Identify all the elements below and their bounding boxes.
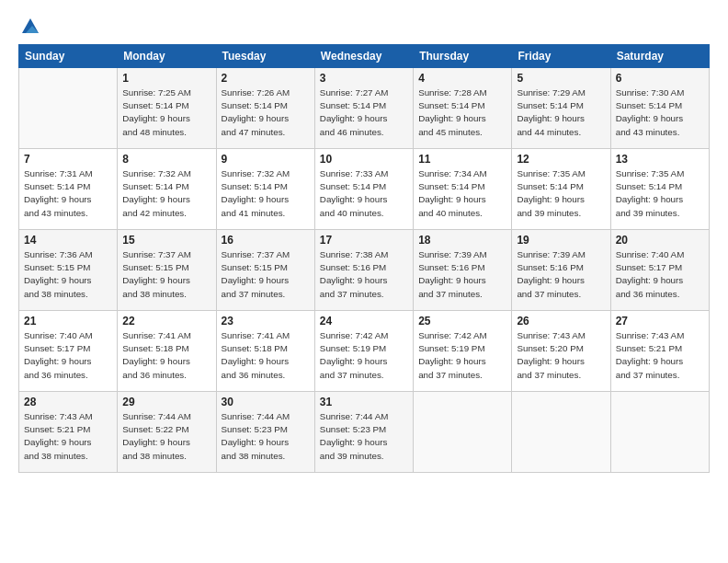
day-number: 30 <box>222 396 310 408</box>
day-info: Sunrise: 7:44 AM Sunset: 5:22 PM Dayligh… <box>122 410 210 463</box>
day-info: Sunrise: 7:43 AM Sunset: 5:21 PM Dayligh… <box>24 410 112 463</box>
day-info: Sunrise: 7:39 AM Sunset: 5:16 PM Dayligh… <box>418 248 506 301</box>
day-info: Sunrise: 7:40 AM Sunset: 5:17 PM Dayligh… <box>24 329 112 382</box>
calendar-cell: 2Sunrise: 7:26 AM Sunset: 5:14 PM Daylig… <box>216 68 314 149</box>
calendar-cell: 6Sunrise: 7:30 AM Sunset: 5:14 PM Daylig… <box>610 68 709 149</box>
weekday-header-tuesday: Tuesday <box>216 45 314 68</box>
logo <box>18 17 40 37</box>
day-number: 24 <box>320 315 408 327</box>
calendar-cell: 21Sunrise: 7:40 AM Sunset: 5:17 PM Dayli… <box>19 311 118 392</box>
day-number: 6 <box>616 72 704 85</box>
calendar-week-3: 14Sunrise: 7:36 AM Sunset: 5:15 PM Dayli… <box>19 230 710 311</box>
calendar-week-4: 21Sunrise: 7:40 AM Sunset: 5:17 PM Dayli… <box>19 311 710 392</box>
day-number: 15 <box>122 234 210 247</box>
day-info: Sunrise: 7:27 AM Sunset: 5:14 PM Dayligh… <box>320 86 408 139</box>
day-info: Sunrise: 7:25 AM Sunset: 5:14 PM Dayligh… <box>122 86 210 139</box>
calendar-cell: 17Sunrise: 7:38 AM Sunset: 5:16 PM Dayli… <box>314 230 413 311</box>
day-number: 22 <box>122 315 210 327</box>
day-number: 2 <box>222 72 310 85</box>
calendar-cell: 10Sunrise: 7:33 AM Sunset: 5:14 PM Dayli… <box>314 149 413 230</box>
day-info: Sunrise: 7:37 AM Sunset: 5:15 PM Dayligh… <box>122 248 210 301</box>
weekday-header-row: SundayMondayTuesdayWednesdayThursdayFrid… <box>19 45 710 68</box>
weekday-header-friday: Friday <box>512 45 610 68</box>
calendar-cell <box>19 68 118 149</box>
day-number: 29 <box>122 396 210 408</box>
calendar-cell: 19Sunrise: 7:39 AM Sunset: 5:16 PM Dayli… <box>512 230 610 311</box>
calendar-cell: 26Sunrise: 7:43 AM Sunset: 5:20 PM Dayli… <box>512 311 610 392</box>
day-number: 26 <box>517 315 605 327</box>
day-info: Sunrise: 7:28 AM Sunset: 5:14 PM Dayligh… <box>418 86 506 139</box>
day-number: 16 <box>222 234 310 247</box>
calendar-cell: 9Sunrise: 7:32 AM Sunset: 5:14 PM Daylig… <box>216 149 314 230</box>
day-number: 12 <box>517 153 605 166</box>
calendar-cell: 15Sunrise: 7:37 AM Sunset: 5:15 PM Dayli… <box>118 230 216 311</box>
day-number: 21 <box>24 315 112 327</box>
calendar-cell <box>610 392 709 473</box>
weekday-header-sunday: Sunday <box>19 45 118 68</box>
day-number: 1 <box>122 72 210 85</box>
day-info: Sunrise: 7:42 AM Sunset: 5:19 PM Dayligh… <box>320 329 408 382</box>
day-number: 17 <box>320 234 408 247</box>
calendar-cell: 16Sunrise: 7:37 AM Sunset: 5:15 PM Dayli… <box>216 230 314 311</box>
weekday-header-saturday: Saturday <box>610 45 709 68</box>
day-info: Sunrise: 7:38 AM Sunset: 5:16 PM Dayligh… <box>320 248 408 301</box>
day-number: 27 <box>616 315 704 327</box>
day-number: 10 <box>320 153 408 166</box>
day-info: Sunrise: 7:30 AM Sunset: 5:14 PM Dayligh… <box>616 86 704 139</box>
calendar-cell: 11Sunrise: 7:34 AM Sunset: 5:14 PM Dayli… <box>414 149 512 230</box>
calendar-week-1: 1Sunrise: 7:25 AM Sunset: 5:14 PM Daylig… <box>19 68 710 149</box>
header <box>18 17 710 37</box>
calendar-cell: 4Sunrise: 7:28 AM Sunset: 5:14 PM Daylig… <box>414 68 512 149</box>
calendar-table: SundayMondayTuesdayWednesdayThursdayFrid… <box>18 44 710 473</box>
day-number: 25 <box>418 315 506 327</box>
day-info: Sunrise: 7:39 AM Sunset: 5:16 PM Dayligh… <box>517 248 605 301</box>
calendar-cell: 1Sunrise: 7:25 AM Sunset: 5:14 PM Daylig… <box>118 68 216 149</box>
calendar-cell: 3Sunrise: 7:27 AM Sunset: 5:14 PM Daylig… <box>314 68 413 149</box>
day-info: Sunrise: 7:35 AM Sunset: 5:14 PM Dayligh… <box>517 167 605 220</box>
calendar-week-2: 7Sunrise: 7:31 AM Sunset: 5:14 PM Daylig… <box>19 149 710 230</box>
calendar-cell: 25Sunrise: 7:42 AM Sunset: 5:19 PM Dayli… <box>414 311 512 392</box>
calendar-cell: 22Sunrise: 7:41 AM Sunset: 5:18 PM Dayli… <box>118 311 216 392</box>
day-info: Sunrise: 7:41 AM Sunset: 5:18 PM Dayligh… <box>222 329 310 382</box>
day-number: 7 <box>24 153 112 166</box>
day-info: Sunrise: 7:32 AM Sunset: 5:14 PM Dayligh… <box>222 167 310 220</box>
day-number: 20 <box>616 234 704 247</box>
day-info: Sunrise: 7:43 AM Sunset: 5:21 PM Dayligh… <box>616 329 704 382</box>
day-info: Sunrise: 7:44 AM Sunset: 5:23 PM Dayligh… <box>222 410 310 463</box>
weekday-header-thursday: Thursday <box>414 45 512 68</box>
day-number: 13 <box>616 153 704 166</box>
day-number: 28 <box>24 396 112 408</box>
calendar-cell: 30Sunrise: 7:44 AM Sunset: 5:23 PM Dayli… <box>216 392 314 473</box>
calendar-cell: 5Sunrise: 7:29 AM Sunset: 5:14 PM Daylig… <box>512 68 610 149</box>
day-info: Sunrise: 7:32 AM Sunset: 5:14 PM Dayligh… <box>122 167 210 220</box>
calendar-cell: 13Sunrise: 7:35 AM Sunset: 5:14 PM Dayli… <box>610 149 709 230</box>
day-number: 3 <box>320 72 408 85</box>
day-info: Sunrise: 7:44 AM Sunset: 5:23 PM Dayligh… <box>320 410 408 463</box>
day-info: Sunrise: 7:43 AM Sunset: 5:20 PM Dayligh… <box>517 329 605 382</box>
day-number: 31 <box>320 396 408 408</box>
calendar-cell: 24Sunrise: 7:42 AM Sunset: 5:19 PM Dayli… <box>314 311 413 392</box>
calendar-cell: 27Sunrise: 7:43 AM Sunset: 5:21 PM Dayli… <box>610 311 709 392</box>
weekday-header-wednesday: Wednesday <box>314 45 413 68</box>
day-info: Sunrise: 7:35 AM Sunset: 5:14 PM Dayligh… <box>616 167 704 220</box>
day-number: 9 <box>222 153 310 166</box>
calendar-cell <box>414 392 512 473</box>
day-info: Sunrise: 7:40 AM Sunset: 5:17 PM Dayligh… <box>616 248 704 301</box>
logo-icon <box>20 17 40 37</box>
calendar-cell: 31Sunrise: 7:44 AM Sunset: 5:23 PM Dayli… <box>314 392 413 473</box>
day-info: Sunrise: 7:33 AM Sunset: 5:14 PM Dayligh… <box>320 167 408 220</box>
day-number: 14 <box>24 234 112 247</box>
day-number: 4 <box>418 72 506 85</box>
day-info: Sunrise: 7:36 AM Sunset: 5:15 PM Dayligh… <box>24 248 112 301</box>
day-number: 11 <box>418 153 506 166</box>
day-info: Sunrise: 7:31 AM Sunset: 5:14 PM Dayligh… <box>24 167 112 220</box>
weekday-header-monday: Monday <box>118 45 216 68</box>
day-info: Sunrise: 7:41 AM Sunset: 5:18 PM Dayligh… <box>122 329 210 382</box>
page: SundayMondayTuesdayWednesdayThursdayFrid… <box>0 0 728 563</box>
day-number: 18 <box>418 234 506 247</box>
calendar-cell: 23Sunrise: 7:41 AM Sunset: 5:18 PM Dayli… <box>216 311 314 392</box>
calendar-cell: 12Sunrise: 7:35 AM Sunset: 5:14 PM Dayli… <box>512 149 610 230</box>
day-number: 19 <box>517 234 605 247</box>
calendar-cell: 20Sunrise: 7:40 AM Sunset: 5:17 PM Dayli… <box>610 230 709 311</box>
calendar-cell: 14Sunrise: 7:36 AM Sunset: 5:15 PM Dayli… <box>19 230 118 311</box>
